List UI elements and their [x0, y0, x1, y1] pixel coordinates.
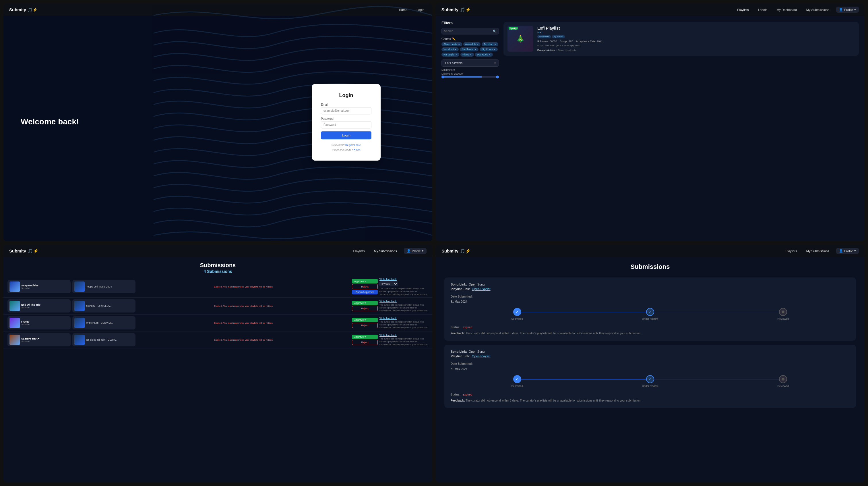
nav-profile-3[interactable]: 👤 Profile ▾ — [404, 248, 427, 254]
pl-thumb-2 — [74, 318, 85, 328]
sub-detail-content: Submissions Song Link: Open Song Playlis… — [436, 257, 865, 483]
song-card-1: End Of The Trip Snowfall... — [7, 299, 71, 313]
reject-btn-3[interactable]: Reject — [352, 340, 378, 345]
feedback-msg-1: The curator did not respond within 5 day… — [379, 304, 428, 312]
nav-labels[interactable]: Labels — [756, 7, 770, 12]
genre-tag-jazzhop[interactable]: Jazzhop ✕ — [482, 42, 498, 46]
feedback-link-2[interactable]: Write feedback — [379, 317, 428, 320]
register-link[interactable]: Register here — [345, 144, 361, 146]
nav-profile-4[interactable]: 👤 Profile ▾ — [836, 248, 859, 254]
email-input[interactable] — [321, 107, 371, 114]
approve-btn-1[interactable]: Approve ▾ — [352, 301, 378, 305]
date-row-0: Date Submitted: 31 May 2024 — [451, 293, 849, 304]
genre-tag-90srock[interactable]: 90s Rock ✕ — [475, 53, 493, 57]
song-card-2: Freezy Snowfall... — [7, 316, 71, 330]
nav-my-submissions[interactable]: My Submissions — [804, 7, 832, 12]
step-1-0: ✓ Submitted — [451, 375, 584, 388]
playlist-card-2: Winter Lofi - CLOV Mu... — [72, 316, 135, 330]
logo: Submity 🎵⚡ — [9, 7, 37, 12]
actions-0: Approve ▾ Reject Submit Approve — [352, 279, 378, 294]
approve-btn-2[interactable]: Approve ▾ — [352, 318, 378, 322]
nav-bar-playlists: Submity 🎵⚡ Playlists Labels My Dashboard… — [436, 3, 865, 16]
nav-my-sub-3[interactable]: My Submissions — [372, 248, 399, 254]
login-button[interactable]: Login — [321, 131, 371, 139]
status-row-1: Status: expired — [451, 392, 849, 397]
feedback-link-0[interactable]: Write feedback — [379, 278, 428, 281]
feedback-msg-3: The curator did not respond within 5 day… — [379, 338, 428, 346]
pl-tag-0[interactable]: Lofi beats — [537, 35, 551, 38]
brand-name-4: Submity — [441, 249, 458, 253]
feedback-link-1[interactable]: Write feedback — [379, 300, 428, 303]
submissions-title: Submissions — [3, 262, 432, 268]
search-input[interactable] — [444, 30, 492, 33]
step-1-2: Reviewed — [717, 375, 849, 388]
password-input[interactable] — [321, 121, 371, 128]
genre-tag-piano[interactable]: Piano ✕ — [460, 53, 474, 57]
reject-btn-1[interactable]: Reject — [352, 306, 378, 311]
playlist-card-0: Toppy Lofi Music 2024 — [72, 280, 135, 293]
panel-login: Submity 🎵⚡ Home Login .wave{fill:none;st… — [3, 3, 432, 241]
genre-tag-vocal[interactable]: Vocal lofi ✕ — [441, 48, 459, 51]
genre-tag-bigroom[interactable]: Big Room ✕ — [479, 48, 498, 51]
approve-btn-0[interactable]: Approve ▾ — [352, 279, 378, 284]
submission-row-3: SLEEPY BEAR Snowfall... lofi sleep fall … — [3, 332, 432, 348]
filters-title: Filters — [441, 21, 499, 25]
feedback-link-3[interactable]: Write feedback — [379, 334, 428, 337]
submission-row-0: Snap Bubbles Snowfall... Toppy Lofi Musi… — [3, 276, 432, 297]
song-link-row-0: Song Link: Open Song — [451, 283, 849, 286]
playlist-card-3: lofi sleep fall rain - CLOV... — [72, 333, 135, 346]
playlist-card-1: Monday - Lo-fi CLOV... — [72, 299, 135, 313]
range-thumb-max[interactable] — [496, 76, 499, 79]
feedback-col-0: Write feedback 3 Weeks1 Week2 Weeks The … — [379, 278, 428, 295]
genre-tag-sleep[interactable]: Sleep beats ✕ — [441, 42, 462, 46]
filter-search[interactable]: 🔍 — [441, 28, 499, 34]
nav-my-sub-4[interactable]: My Submissions — [804, 248, 832, 254]
playlist-link-row-0: Playlist Link: Open Playlist — [451, 287, 849, 291]
nav-playlists-4[interactable]: Playlists — [783, 248, 799, 254]
playlist-link-1[interactable]: Open Playlist — [472, 354, 491, 358]
logo-4: Submity 🎵⚡ — [441, 249, 471, 254]
nav-playlists-3[interactable]: Playlists — [351, 248, 367, 254]
reject-btn-2[interactable]: Reject — [352, 323, 378, 328]
pl-thumb-3 — [74, 335, 85, 345]
song-thumb-1 — [9, 301, 20, 311]
feedback-col-3: Write feedback The curator did not respo… — [379, 334, 428, 346]
song-artist-1: Snowfall... — [21, 306, 40, 309]
range-slider[interactable] — [441, 77, 499, 78]
submission-row-1: End Of The Trip Snowfall... Monday - Lo-… — [3, 297, 432, 315]
sub-detail-title: Submissions — [444, 263, 856, 270]
pl-thumb-1 — [74, 301, 85, 311]
nav-dashboard[interactable]: My Dashboard — [774, 7, 799, 12]
playlist-desc: Dozy Xmas lofi to get you in a loopy moo… — [537, 44, 855, 47]
pl-name-2: Winter Lofi - CLOV Mu... — [86, 321, 114, 324]
song-name-2: Freezy — [21, 320, 32, 323]
genre-tag-asian[interactable]: Asian lofi ✕ — [463, 42, 481, 46]
feedback-msg-2: The curator did not respond within 5 day… — [379, 320, 428, 329]
nav-playlists[interactable]: Playlists — [735, 7, 751, 12]
pl-thumb-0 — [74, 282, 85, 292]
actions-3: Approve ▾ Reject — [352, 335, 378, 345]
genre-tag-sad[interactable]: Sad beats ✕ — [460, 48, 478, 51]
reject-btn-0[interactable]: Reject — [352, 284, 378, 289]
forgot-link[interactable]: Reset — [353, 148, 361, 151]
approve-btn-3[interactable]: Approve ▾ — [352, 335, 378, 339]
playlist-tags: Lofi beats By Room — [537, 35, 855, 38]
nav-links-3: Playlists My Submissions 👤 Profile ▾ — [351, 248, 427, 254]
expires-1: Expired. You must respond or your playli… — [137, 305, 350, 307]
genre-tags: Sleep beats ✕ Asian lofi ✕ Jazzhop ✕ Voc… — [441, 42, 499, 57]
brand-name: Submity — [9, 7, 26, 12]
genre-tag-hardstyle[interactable]: Hardstyle ✕ — [441, 53, 459, 57]
followers-header[interactable]: # of Followers ▾ — [441, 59, 499, 67]
song-thumb-3 — [9, 335, 20, 345]
range-thumb-min[interactable] — [441, 76, 444, 79]
pl-tag-1[interactable]: By Room — [552, 35, 565, 38]
nav-profile[interactable]: 👤 Profile ▾ — [836, 7, 859, 12]
playlist-link-0[interactable]: Open Playlist — [472, 287, 491, 291]
panel-playlists: Submity 🎵⚡ Playlists Labels My Dashboard… — [436, 3, 865, 241]
logo-2: Submity 🎵⚡ — [441, 7, 471, 12]
feedback-row-1: Feedback: The curator did not respond wi… — [451, 398, 849, 403]
weeks-select-0[interactable]: 3 Weeks1 Week2 Weeks — [379, 282, 398, 286]
submit-approve-btn-0[interactable]: Submit Approve — [352, 290, 378, 294]
step-0-1: ✓ Under Review — [584, 308, 716, 320]
playlist-cover-img: 🎄 — [507, 26, 533, 52]
